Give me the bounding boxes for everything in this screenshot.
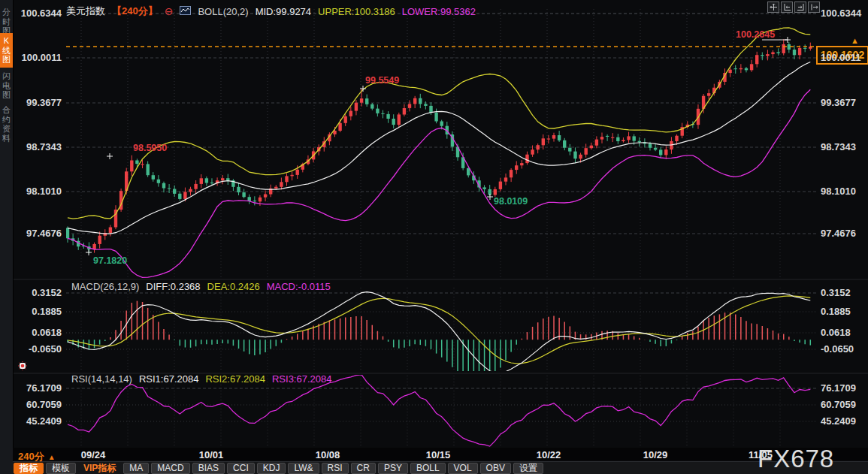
price-axis-label-left: 100.0011 — [14, 52, 62, 63]
macd-diff-value: DIFF:0.2368 — [146, 281, 200, 292]
rsi2-value: RSI2:67.2084 — [205, 373, 265, 385]
toolbar-button-cci[interactable]: CCI — [227, 463, 255, 474]
shrink-x-icon[interactable] — [781, 2, 793, 13]
price-up-arrow-icon: ▲ — [851, 37, 859, 45]
price-axis-label-right: 98.7343 — [821, 141, 856, 152]
date-label: 10/08 — [316, 449, 340, 460]
rsi-axis-label-right: 45.2409 — [821, 415, 856, 427]
sidebar-tab-flash[interactable]: 闪电图 — [0, 68, 13, 103]
rsi-params: RSI(14,14,14) — [71, 373, 132, 385]
macd-axis-label-left: 0.3152 — [14, 287, 62, 298]
toolbar-button-moban[interactable]: 模板 — [46, 463, 76, 474]
toolbar-button-kdj[interactable]: KDJ — [257, 463, 286, 474]
macd-axis-label-left: 0.0618 — [14, 327, 62, 338]
price-axis-label-right: 99.3677 — [821, 97, 856, 108]
toolbar-button-ma[interactable]: MA — [123, 463, 149, 474]
toolbar-button-rsi[interactable]: RSI — [322, 463, 349, 474]
price-annotation: 100.2645 — [736, 29, 775, 40]
date-label: 10/01 — [199, 449, 224, 460]
export-chart-icon[interactable] — [808, 2, 820, 13]
triangle-up-icon: ▲ — [48, 453, 56, 461]
date-label: 10/22 — [537, 449, 561, 460]
rsi-legend: RSI(14,14,14) RSI1:67.2084 RSI2:67.2084 … — [71, 373, 331, 385]
macd-axis-label-right: 0.0618 — [821, 327, 851, 338]
sidebar-tab-kline[interactable]: K线图 — [0, 33, 13, 68]
price-annotation: 99.5549 — [365, 75, 399, 86]
toolbar-button-cr[interactable]: CR — [351, 463, 376, 474]
toolbar-button-obv[interactable]: OBV — [480, 463, 511, 474]
price-axis-label-left: 99.3677 — [14, 97, 62, 108]
interval-tag: 【240分】 — [112, 5, 158, 18]
toolbar-button-bias[interactable]: BIAS — [192, 463, 225, 474]
date-label: 10/29 — [643, 449, 668, 460]
toolbar-button-vol[interactable]: VOL — [448, 463, 478, 474]
hot-point-icon — [17, 361, 28, 374]
rsi1-value: RSI1:67.2084 — [139, 373, 199, 385]
macd-dea-value: DEA:0.2426 — [207, 281, 260, 292]
price-axis-label-left: 100.6344 — [14, 8, 62, 19]
toolbar-button-vip[interactable]: VIP指标 — [78, 463, 121, 473]
boll-lower-value: LOWER:99.5362 — [402, 6, 476, 17]
price-axis-label-right: 97.4676 — [821, 228, 856, 239]
macd-legend: MACD(26,12,9) DIFF:0.2368 DEA:0.2426 MAC… — [71, 281, 331, 292]
toolbar-button-shezhi[interactable]: 设置 — [513, 463, 543, 474]
boll-upper-value: UPPER:100.3186 — [318, 6, 395, 17]
macd-axis-label-left: -0.0650 — [14, 343, 62, 355]
toolbar-button-boll[interactable]: BOLL — [410, 463, 446, 474]
chart-canvas[interactable] — [0, 0, 868, 474]
price-annotation: 98.5950 — [133, 143, 167, 153]
rsi-axis-label-left: 76.1709 — [14, 382, 62, 394]
rsi-axis-label-right: 76.1709 — [821, 382, 856, 394]
app-window: 分时图K线图闪电图合约资料 美元指数 【240分】 ⊖ BOLL(20,2) M… — [0, 0, 868, 474]
date-label: 11/05 — [749, 449, 773, 460]
rsi-axis-label-right: 60.7059 — [821, 399, 856, 410]
chart-toolbar-top-right — [767, 2, 820, 13]
expand-x-icon[interactable] — [794, 2, 806, 13]
sidebar-tab-contract[interactable]: 合约资料 — [0, 102, 13, 146]
price-axis-label-right: 100.0011 — [821, 52, 861, 63]
macd-bar-value: MACD:-0.0115 — [267, 281, 331, 292]
rsi-axis-label-left: 60.7059 — [14, 399, 62, 410]
price-annotation: 98.0109 — [494, 196, 528, 207]
date-label: 10/15 — [426, 449, 451, 460]
toolbar-button-lw[interactable]: LW& — [288, 463, 319, 474]
price-annotation: 97.1820 — [93, 255, 127, 266]
symbol-name: 美元指数 — [66, 5, 105, 18]
date-label: 09/24 — [81, 449, 106, 460]
macd-axis-label-right: 0.1885 — [821, 306, 851, 317]
price-axis-label-left: 98.7343 — [14, 141, 62, 152]
rsi3-value: RSI3:67.2084 — [272, 373, 332, 385]
boll-params: BOLL(20,2) — [198, 6, 248, 17]
toolbar-button-macd[interactable]: MACD — [151, 463, 189, 474]
macd-axis-label-left: 0.1885 — [14, 306, 62, 317]
price-axis-label-left: 98.1010 — [14, 186, 62, 197]
toolbar-button-psy[interactable]: PSY — [378, 463, 408, 474]
chart-legend: 美元指数 【240分】 ⊖ BOLL(20,2) MID:99.9274 UPP… — [66, 5, 476, 18]
macd-axis-label-right: 0.3152 — [821, 287, 851, 298]
period-text: 240分 — [18, 451, 44, 462]
macd-params: MACD(26,12,9) — [71, 281, 139, 292]
pan-tool-icon[interactable] — [767, 2, 779, 13]
price-axis-label-right: 98.1010 — [821, 186, 856, 197]
price-axis-label-right: 100.6344 — [821, 8, 861, 19]
remove-overlay-icon[interactable]: ⊖ — [165, 7, 174, 16]
indicator-toolbar: 指标模板VIP指标MAMACDBIASCCIKDJLW&RSICRPSYBOLL… — [14, 462, 543, 474]
boll-mid-value: MID:99.9274 — [256, 6, 311, 17]
rsi-axis-label-left: 45.2409 — [14, 415, 62, 427]
chart-thumbnail-icon[interactable] — [180, 6, 191, 17]
price-axis-label-left: 97.4676 — [14, 228, 62, 239]
left-sidebar: 分时图K线图闪电图合约资料 — [0, 0, 14, 474]
macd-axis-label-right: -0.0650 — [821, 343, 854, 355]
toolbar-button-zhibiao[interactable]: 指标 — [14, 463, 44, 474]
